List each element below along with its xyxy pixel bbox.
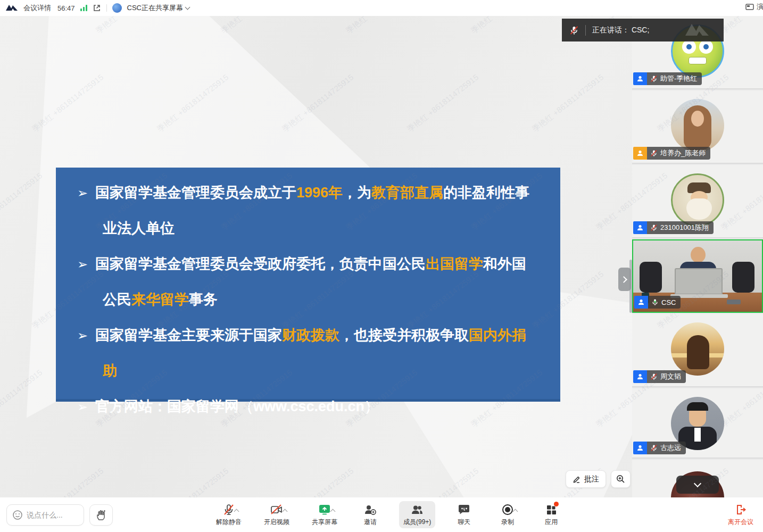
participant-tile-speaking[interactable]: CSC	[632, 239, 763, 313]
raise-hand-icon	[95, 509, 107, 521]
chat-message-input[interactable]	[27, 511, 77, 519]
shared-screen-stage: ➢国家留学基金管理委员会成立于1996年，为教育部直属的非盈利性事业法人单位 ➢…	[0, 16, 632, 497]
sharing-status-label: CSC正在共享屏幕	[127, 3, 183, 13]
top-bar: 会议详情 56:47 CSC正在共享屏幕 演讲	[0, 0, 763, 16]
participant-nametag: 培养办_陈老师	[633, 147, 710, 160]
divider	[106, 4, 107, 12]
share-screen-button[interactable]: 共享屏幕	[308, 501, 342, 528]
mic-muted-icon	[222, 503, 235, 516]
participant-name: 助管-季艳红	[660, 74, 697, 84]
open-external-icon[interactable]	[93, 4, 101, 12]
leave-door-icon	[734, 503, 747, 516]
mic-active-icon	[651, 298, 659, 306]
chevron-down-icon	[185, 5, 190, 10]
bullet-arrow-icon: ➢	[77, 246, 95, 282]
leave-meeting-button[interactable]: 离开会议	[728, 503, 753, 527]
mic-muted-icon	[650, 444, 658, 452]
avatar	[671, 173, 724, 227]
participant-name: 培养办_陈老师	[660, 148, 706, 158]
participant-tile[interactable]: 培养办_陈老师	[632, 90, 763, 164]
invite-person-icon	[363, 503, 377, 516]
zoom-in-button[interactable]	[611, 470, 631, 488]
participant-nametag: 助管-季艳红	[633, 72, 702, 85]
toolbar-center-group: 解除静音 开启视频	[212, 501, 566, 528]
chat-input-pill[interactable]	[6, 504, 84, 526]
slide-bullet: ➢官方网站：国家留学网（www.csc.edu.cn）	[77, 389, 537, 425]
participant-name: 231001001陈翔	[660, 223, 709, 232]
bullet-arrow-icon: ➢	[77, 318, 95, 353]
presenter-view-button[interactable]: 演讲	[745, 2, 763, 12]
participant-name: CSC	[661, 298, 676, 306]
pen-icon	[573, 475, 581, 484]
participant-nametag: 古志远	[633, 442, 686, 454]
avatar	[671, 322, 724, 376]
speaking-label: 正在讲话：	[592, 26, 629, 34]
notification-dot	[554, 502, 559, 506]
apps-button[interactable]: 应用	[536, 501, 566, 528]
bottom-toolbar: 解除静音 开启视频	[0, 497, 763, 532]
participant-tile[interactable]: 周文韬	[632, 314, 763, 387]
annotate-button[interactable]: 批注	[566, 470, 606, 488]
participant-tile[interactable]: 古志远	[632, 388, 763, 459]
record-icon	[501, 503, 514, 516]
start-video-button[interactable]: 开启视频	[260, 501, 294, 528]
slide-bullet: ➢国家留学基金管理委员会成立于1996年，为教育部直属的非盈利性事业法人单位	[77, 175, 537, 246]
participant-nametag: 周文韬	[633, 370, 686, 383]
meeting-logo-watermark-icon	[680, 22, 714, 39]
mic-muted-icon	[650, 75, 658, 82]
participant-tile[interactable]: 231001001陈翔	[632, 165, 763, 238]
emoji-icon[interactable]	[12, 510, 23, 520]
member-badge-icon	[634, 296, 648, 309]
scroll-more-button[interactable]	[676, 476, 719, 494]
member-badge-icon	[633, 221, 647, 234]
avatar	[671, 99, 724, 152]
sidebar-collapse-handle[interactable]	[618, 268, 631, 291]
unmute-button[interactable]: 解除静音	[212, 501, 246, 528]
participant-name: 周文韬	[660, 372, 681, 381]
magnifier-plus-icon	[616, 475, 625, 484]
layout-icon	[745, 3, 754, 11]
camera-muted-icon	[270, 503, 284, 516]
presenter-view-label: 演讲	[757, 2, 763, 12]
speaking-banner: 正在讲话： CSC;	[562, 19, 724, 41]
member-badge-icon	[633, 442, 647, 454]
network-signal-icon	[80, 5, 87, 11]
mic-muted-icon	[650, 149, 658, 157]
bullet-arrow-icon: ➢	[77, 175, 95, 211]
members-button[interactable]: 成员(99+)	[399, 501, 435, 528]
mic-muted-icon	[569, 26, 579, 35]
sharing-status-dropdown[interactable]: CSC正在共享屏幕	[127, 3, 189, 13]
slide-bullet: ➢国家留学基金主要来源于国家财政拨款，也接受并积极争取国内外捐助	[77, 318, 537, 389]
mic-muted-icon	[650, 373, 658, 380]
member-badge-icon	[633, 370, 647, 383]
chat-button[interactable]: 聊天	[449, 501, 479, 528]
presentation-slide: ➢国家留学基金管理委员会成立于1996年，为教育部直属的非盈利性事业法人单位 ➢…	[56, 168, 560, 402]
chat-bubble-icon	[457, 503, 471, 516]
member-badge-icon	[633, 72, 647, 85]
bullet-arrow-icon: ➢	[77, 389, 95, 425]
slide-bullet: ➢国家留学基金管理委员会受政府委托，负责中国公民出国留学和外国公民来华留学事务	[77, 246, 537, 318]
participant-nametag: 231001001陈翔	[633, 221, 714, 234]
participant-nametag: CSC	[634, 296, 681, 309]
raise-hand-button[interactable]	[89, 504, 113, 526]
participants-sidebar: 助管-季艳红 培养办_陈老师	[632, 16, 763, 497]
meeting-app: 会议详情 56:47 CSC正在共享屏幕 演讲 ➢国家留学基金管理委员会成立于1…	[0, 0, 763, 532]
record-button[interactable]: 录制	[493, 501, 523, 528]
speaking-speaker: CSC;	[632, 26, 649, 34]
cohost-badge-icon	[633, 147, 647, 160]
annotation-toolbar: 批注	[566, 470, 631, 488]
sharer-avatar	[112, 3, 122, 13]
meeting-timer: 56:47	[57, 4, 75, 12]
share-screen-icon	[318, 503, 331, 516]
meeting-details-button[interactable]: 会议详情	[23, 3, 51, 13]
participant-tile-partial[interactable]	[632, 460, 763, 497]
invite-button[interactable]: 邀请	[355, 501, 385, 528]
meeting-logo-icon	[5, 4, 18, 12]
mic-muted-icon	[650, 224, 658, 231]
participant-name: 古志远	[660, 443, 681, 453]
annotate-label: 批注	[584, 475, 599, 484]
members-icon	[410, 503, 424, 516]
